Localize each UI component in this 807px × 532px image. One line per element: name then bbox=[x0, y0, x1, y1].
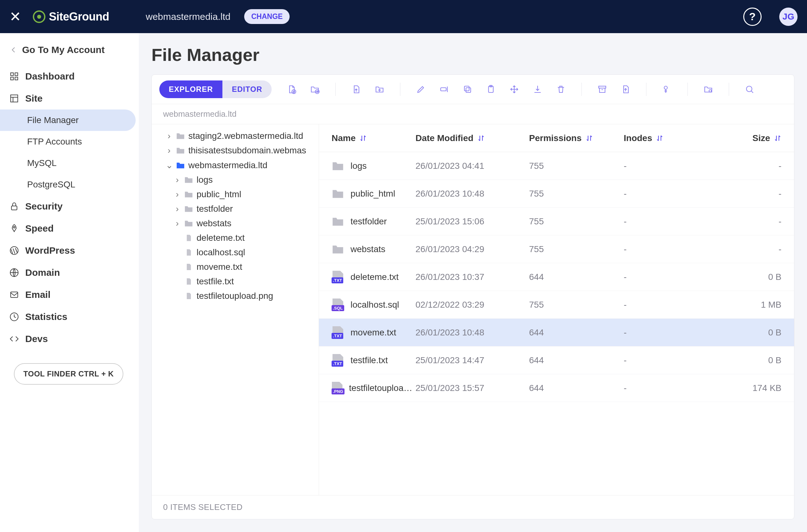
tree-node[interactable]: ›thisisatestsubdomain.webmas bbox=[152, 143, 316, 158]
file-manager-panel: EXPLORER EDITOR webmastermedia.ltd ›stag… bbox=[151, 74, 794, 519]
upload-file-icon[interactable] bbox=[351, 84, 362, 95]
tree-node[interactable]: moveme.txt bbox=[152, 260, 316, 274]
move-icon[interactable] bbox=[509, 84, 520, 95]
svg-rect-6 bbox=[11, 95, 18, 102]
sort-icon bbox=[477, 134, 485, 142]
list-header: Name Date Modified Permissions Inodes Si… bbox=[319, 124, 794, 152]
table-row[interactable]: webstats 26/01/2023 04:29 755 - - bbox=[319, 235, 794, 263]
sort-icon bbox=[359, 134, 367, 142]
col-date[interactable]: Date Modified bbox=[416, 133, 529, 143]
svg-point-21 bbox=[665, 86, 668, 89]
chevron-icon: › bbox=[174, 175, 181, 185]
table-row[interactable]: .TXTtestfile.txt 25/01/2023 14:47 644 - … bbox=[319, 346, 794, 374]
search-icon[interactable] bbox=[744, 84, 755, 95]
paste-icon[interactable] bbox=[485, 84, 496, 95]
file-icon: .TXT bbox=[331, 354, 344, 367]
tree-node[interactable]: ›public_html bbox=[152, 187, 316, 202]
svg-point-8 bbox=[14, 227, 15, 228]
sort-icon bbox=[774, 134, 782, 142]
table-row[interactable]: .SQLlocalhost.sql 02/12/2022 03:29 755 -… bbox=[319, 291, 794, 319]
toolbar: EXPLORER EDITOR bbox=[152, 75, 794, 104]
sidebar-item-postgres[interactable]: PostgreSQL bbox=[0, 174, 139, 195]
tree-node[interactable]: testfiletoupload.png bbox=[152, 289, 316, 303]
chevron-icon: › bbox=[174, 204, 181, 214]
tree-node[interactable]: testfile.txt bbox=[152, 274, 316, 289]
close-icon[interactable]: ✕ bbox=[9, 10, 21, 24]
tree-node[interactable]: ›webstats bbox=[152, 216, 316, 231]
chevron-icon: › bbox=[174, 189, 181, 200]
sidebar-item-devs[interactable]: Devs bbox=[0, 328, 139, 350]
status-bar: 0 ITEMS SELECTED bbox=[152, 495, 794, 519]
new-file-plus-icon[interactable] bbox=[286, 84, 297, 95]
file-icon: .PNG bbox=[331, 382, 343, 395]
top-header: ✕ SiteGround webmastermedia.ltd CHANGE ?… bbox=[0, 0, 807, 33]
segment-explorer[interactable]: EXPLORER bbox=[159, 80, 223, 98]
sidebar-item-statistics[interactable]: Statistics bbox=[0, 306, 139, 328]
svg-rect-17 bbox=[464, 86, 469, 91]
tree-node[interactable]: localhost.sql bbox=[152, 245, 316, 260]
permissions-icon[interactable] bbox=[661, 84, 672, 95]
logo-icon bbox=[33, 10, 46, 23]
table-row[interactable]: .TXTmoveme.txt 26/01/2023 10:48 644 - 0 … bbox=[319, 319, 794, 346]
tool-finder-button[interactable]: TOOL FINDER CTRL + K bbox=[14, 363, 123, 385]
archive-icon[interactable] bbox=[597, 84, 608, 95]
sidebar-item-ftp[interactable]: FTP Accounts bbox=[0, 131, 139, 152]
logo-text: SiteGround bbox=[49, 10, 109, 23]
file-icon: .TXT bbox=[331, 326, 344, 339]
download-icon[interactable] bbox=[532, 84, 543, 95]
svg-rect-15 bbox=[441, 88, 446, 91]
sidebar-item-mysql[interactable]: MySQL bbox=[0, 152, 139, 174]
sort-icon bbox=[585, 134, 593, 142]
copy-icon[interactable] bbox=[462, 84, 473, 95]
table-row[interactable]: .PNGtestfiletoupload.p… 25/01/2023 15:57… bbox=[319, 374, 794, 402]
sidebar-item-speed[interactable]: Speed bbox=[0, 217, 139, 240]
col-name[interactable]: Name bbox=[331, 133, 416, 143]
tree-node[interactable]: deleteme.txt bbox=[152, 231, 316, 245]
settings-icon[interactable] bbox=[703, 84, 714, 95]
sidebar-item-dashboard[interactable]: Dashboard bbox=[0, 65, 139, 88]
table-row[interactable]: .TXTdeleteme.txt 26/01/2023 10:37 644 - … bbox=[319, 263, 794, 291]
col-inodes[interactable]: Inodes bbox=[624, 133, 712, 143]
wordpress-icon bbox=[9, 246, 19, 255]
rename-icon[interactable] bbox=[439, 84, 449, 95]
globe-icon bbox=[9, 268, 19, 277]
edit-icon[interactable] bbox=[416, 84, 426, 95]
delete-icon[interactable] bbox=[556, 84, 566, 95]
code-icon bbox=[9, 334, 19, 344]
breadcrumb[interactable]: webmastermedia.ltd bbox=[152, 104, 794, 124]
sidebar-item-email[interactable]: Email bbox=[0, 284, 139, 306]
tree-node[interactable]: ›testfolder bbox=[152, 202, 316, 216]
arrow-left-icon bbox=[9, 46, 18, 54]
help-icon[interactable]: ? bbox=[743, 7, 762, 26]
change-button[interactable]: CHANGE bbox=[244, 9, 290, 24]
upload-folder-icon[interactable] bbox=[374, 84, 385, 95]
back-link[interactable]: Go To My Account bbox=[0, 39, 139, 65]
sidebar-item-site[interactable]: Site bbox=[0, 88, 139, 110]
tree-node[interactable]: ›logs bbox=[152, 173, 316, 187]
tree-node[interactable]: ›staging2.webmastermedia.ltd bbox=[152, 129, 316, 143]
file-list: Name Date Modified Permissions Inodes Si… bbox=[319, 124, 794, 495]
extract-icon[interactable] bbox=[620, 84, 631, 95]
col-perm[interactable]: Permissions bbox=[529, 133, 624, 143]
svg-rect-2 bbox=[11, 73, 14, 76]
avatar[interactable]: JG bbox=[779, 7, 798, 26]
tree-node[interactable]: ⌄webmastermedia.ltd bbox=[152, 158, 316, 173]
segment-editor[interactable]: EDITOR bbox=[223, 80, 272, 98]
sidebar-item-wordpress[interactable]: WordPress bbox=[0, 240, 139, 262]
logo[interactable]: SiteGround bbox=[33, 10, 109, 23]
table-row[interactable]: logs 26/01/2023 04:41 755 - - bbox=[319, 152, 794, 180]
col-size[interactable]: Size bbox=[712, 133, 782, 143]
table-row[interactable]: testfolder 25/01/2023 15:06 755 - - bbox=[319, 208, 794, 235]
sidebar-item-domain[interactable]: Domain bbox=[0, 262, 139, 284]
sidebar-item-security[interactable]: Security bbox=[0, 195, 139, 217]
table-row[interactable]: public_html 26/01/2023 10:48 755 - - bbox=[319, 180, 794, 208]
sidebar: Go To My Account DashboardSiteFile Manag… bbox=[0, 33, 139, 532]
folder-icon bbox=[331, 188, 344, 199]
page-title: File Manager bbox=[151, 44, 794, 65]
new-folder-plus-icon[interactable] bbox=[309, 84, 320, 95]
sidebar-item-file-manager[interactable]: File Manager bbox=[0, 110, 136, 131]
rocket-icon bbox=[9, 224, 19, 233]
svg-rect-7 bbox=[11, 206, 17, 210]
chevron-icon: › bbox=[166, 131, 173, 141]
svg-rect-16 bbox=[466, 88, 471, 92]
